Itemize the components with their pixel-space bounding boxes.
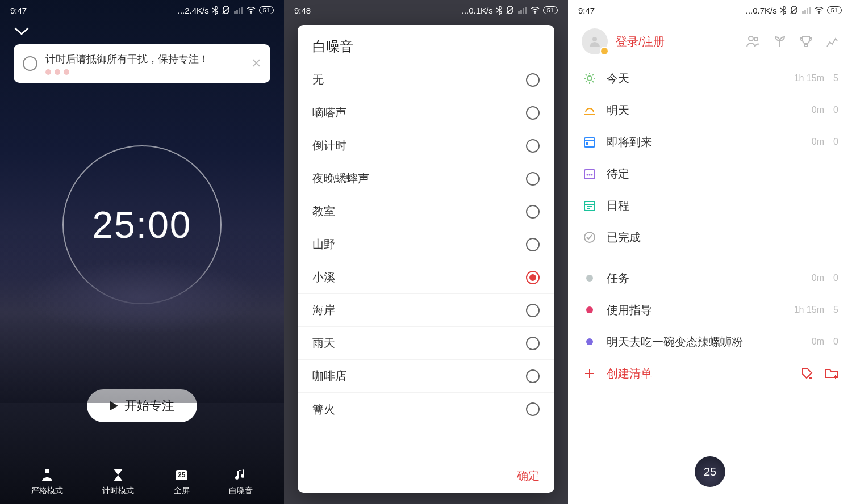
row-label: 即将到来 — [607, 135, 812, 150]
svg-rect-9 — [520, 10, 522, 14]
radio-icon[interactable] — [526, 73, 540, 87]
radio-icon[interactable] — [526, 238, 540, 251]
svg-line-30 — [592, 74, 594, 75]
bottom-toolbar: 严格模式 计时模式 25 全屏 白噪音 — [0, 468, 284, 496]
radio-icon[interactable] — [526, 172, 540, 186]
row-meta: 0m0 — [812, 105, 838, 115]
timer-mode-label: 计时模式 — [102, 486, 134, 496]
add-folder-icon[interactable] — [825, 367, 838, 379]
schedule-icon — [582, 198, 598, 213]
noise-option[interactable]: 雨天 — [298, 327, 554, 360]
mute-icon — [506, 6, 515, 15]
calendar-icon — [582, 134, 598, 150]
radio-icon[interactable] — [526, 139, 540, 153]
signal-icon — [234, 7, 243, 14]
add-tag-icon[interactable] — [801, 367, 813, 380]
mute-icon — [790, 6, 799, 15]
svg-line-27 — [586, 74, 587, 75]
svg-point-36 — [587, 174, 588, 176]
radio-icon[interactable] — [526, 304, 540, 317]
row-meta: 0m0 — [812, 337, 838, 347]
status-bar: 9:48 ...0.1K/s 51 — [284, 0, 568, 20]
svg-point-6 — [45, 469, 49, 473]
svg-rect-16 — [807, 8, 808, 14]
mini-timer-button[interactable]: 25 — [695, 456, 725, 487]
noise-option[interactable]: 嘀嗒声 — [298, 96, 554, 129]
tip-pomodoro-dots — [45, 69, 243, 75]
noise-option-label: 倒计时 — [312, 138, 346, 153]
bullet-icon — [582, 334, 598, 350]
white-noise-button[interactable]: 白噪音 — [229, 468, 253, 496]
radio-icon[interactable] — [526, 337, 540, 350]
radio-icon[interactable] — [526, 369, 540, 383]
sprout-icon[interactable] — [774, 35, 786, 48]
svg-rect-8 — [518, 11, 520, 14]
strict-mode-label: 严格模式 — [31, 486, 63, 496]
status-time: 9:47 — [578, 6, 595, 15]
timer-circle[interactable]: 25:00 — [62, 145, 222, 304]
timer-mode-button[interactable]: 计时模式 — [102, 468, 134, 496]
smart-list-row[interactable]: 今天1h 15m5 — [568, 62, 852, 94]
status-time: 9:48 — [294, 6, 311, 15]
mute-icon — [222, 6, 231, 15]
row-label: 明天 — [607, 103, 812, 118]
radio-icon[interactable] — [526, 205, 540, 219]
smart-list-row[interactable]: 即将到来0m0 — [568, 126, 852, 158]
signal-icon — [518, 7, 527, 14]
noise-option[interactable]: 无 — [298, 64, 554, 96]
calendar-25-icon: 25 — [176, 470, 187, 480]
row-label: 已完成 — [607, 230, 838, 245]
avatar[interactable] — [582, 28, 608, 54]
music-icon — [235, 468, 247, 482]
project-row[interactable]: 使用指导1h 15m5 — [568, 294, 852, 326]
row-label: 待定 — [607, 166, 838, 182]
trophy-icon[interactable] — [800, 35, 812, 48]
status-bar: 9:47 ...2.4K/s 51 — [0, 0, 284, 20]
tip-checkbox[interactable] — [23, 56, 37, 71]
noise-option[interactable]: 教室 — [298, 195, 554, 228]
noise-option[interactable]: 篝火 — [298, 393, 554, 426]
wifi-icon — [247, 7, 256, 14]
smart-list-row[interactable]: 明天0m0 — [568, 94, 852, 126]
wifi-icon — [815, 7, 824, 14]
noise-option[interactable]: 倒计时 — [298, 129, 554, 162]
noise-option[interactable]: 海岸 — [298, 294, 554, 327]
smart-list-row[interactable]: 已完成 — [568, 221, 852, 253]
battery-pct: 51 — [259, 6, 274, 14]
project-row[interactable]: 任务0m0 — [568, 262, 852, 294]
smart-list-row[interactable]: 日程 — [568, 190, 852, 221]
strict-mode-button[interactable]: 严格模式 — [31, 468, 63, 496]
noise-option[interactable]: 小溪 — [298, 261, 554, 294]
noise-option[interactable]: 咖啡店 — [298, 360, 554, 393]
radio-icon[interactable] — [526, 271, 540, 284]
play-icon — [110, 401, 119, 411]
timer-value: 25:00 — [92, 203, 191, 246]
noise-option[interactable]: 夜晚蟋蟀声 — [298, 162, 554, 195]
noise-option[interactable]: 山野 — [298, 228, 554, 261]
start-focus-button[interactable]: 开始专注 — [87, 389, 197, 422]
radio-icon[interactable] — [526, 402, 540, 416]
login-link[interactable]: 登录/注册 — [616, 34, 665, 49]
dialog-title: 白噪音 — [298, 25, 554, 64]
noise-option-label: 嘀嗒声 — [312, 105, 346, 120]
tip-text: 计时后请抵御所有干扰，保持专注！ — [45, 52, 243, 66]
radio-icon[interactable] — [526, 106, 540, 120]
noise-option-label: 雨天 — [312, 335, 335, 351]
close-icon[interactable]: ✕ — [251, 56, 261, 71]
plus-icon — [584, 368, 595, 379]
smart-list-row[interactable]: 待定 — [568, 158, 852, 190]
chevron-down-icon[interactable] — [14, 26, 30, 36]
svg-rect-3 — [239, 8, 240, 14]
noise-option-label: 夜晚蟋蟀声 — [312, 171, 369, 186]
project-row[interactable]: 明天去吃一碗变态辣螺蛳粉0m0 — [568, 326, 852, 358]
stats-icon[interactable] — [826, 35, 838, 48]
mini-timer-value: 25 — [704, 465, 716, 478]
bluetooth-icon — [496, 6, 502, 15]
hourglass-icon — [113, 468, 123, 482]
confirm-button[interactable]: 确定 — [517, 469, 540, 482]
create-list-row[interactable]: 创建清单 — [568, 358, 852, 389]
noise-option-label: 山野 — [312, 237, 335, 252]
fullscreen-button[interactable]: 25 全屏 — [174, 468, 190, 496]
svg-rect-4 — [241, 7, 243, 14]
friends-icon[interactable] — [746, 35, 760, 48]
